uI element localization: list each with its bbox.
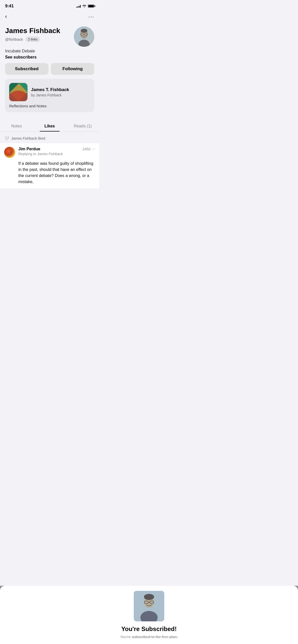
profile-section: James Fishback @fishback 2 links	[0, 24, 99, 116]
post-author-name: Jim Perdue	[18, 147, 79, 151]
tab-notes[interactable]: Notes	[0, 120, 33, 131]
links-badge[interactable]: 2 links	[25, 37, 40, 42]
battery-icon	[88, 5, 94, 8]
profile-name: James Fishback	[5, 26, 74, 35]
avatar	[74, 26, 94, 47]
status-time: 9:41	[5, 4, 14, 9]
post-card: Jim Perdue Replying to James Fishback 24…	[0, 143, 99, 188]
post-content: If a debater was found guilty of shoplif…	[4, 160, 95, 185]
tab-reads[interactable]: Reads (1)	[66, 120, 99, 131]
wifi-icon	[82, 4, 86, 8]
following-button[interactable]: Following	[51, 63, 94, 75]
action-buttons: Subscribed Following	[5, 63, 94, 75]
more-options-button[interactable]: ···	[87, 13, 95, 21]
content-area: 🤍 James Fishback liked Jim Perdue Replyi…	[0, 132, 99, 193]
publication-name: James T. Fishback	[31, 87, 90, 92]
subscribed-button[interactable]: Subscribed	[5, 63, 48, 75]
status-icons	[76, 4, 94, 8]
post-author-avatar	[4, 147, 15, 158]
publication-logo	[9, 83, 28, 101]
svg-rect-10	[74, 26, 94, 47]
profile-handle: @fishback	[5, 37, 23, 41]
nav-bar: ‹ ···	[0, 10, 99, 24]
profile-header: James Fishback @fishback 2 links	[5, 26, 94, 47]
profile-meta: @fishback 2 links	[5, 37, 74, 42]
post-reply-to: Replying to James Fishback	[18, 152, 79, 156]
back-button[interactable]: ‹	[4, 12, 8, 21]
heart-icon: 🤍	[4, 136, 9, 141]
status-bar: 9:41	[0, 0, 99, 10]
profile-info: James Fishback @fishback 2 links	[5, 26, 74, 42]
tab-likes[interactable]: Likes	[33, 120, 66, 131]
publication-description: Reflections and Notes	[9, 104, 90, 108]
post-more-button[interactable]: ···	[92, 147, 95, 151]
profile-description: Incubate Debate	[5, 49, 94, 53]
signal-bars-icon	[76, 5, 81, 8]
post-time: 245d	[83, 147, 90, 151]
tabs-container: Notes Likes Reads (1)	[0, 120, 99, 132]
liked-header: 🤍 James Fishback liked	[0, 136, 99, 143]
liked-text: James Fishback liked	[11, 136, 45, 140]
see-subscribers-link[interactable]: See subscribers	[5, 55, 94, 60]
publication-card[interactable]: James T. Fishback by James Fishback Refl…	[5, 79, 94, 112]
publication-by: by James Fishback	[31, 93, 90, 97]
